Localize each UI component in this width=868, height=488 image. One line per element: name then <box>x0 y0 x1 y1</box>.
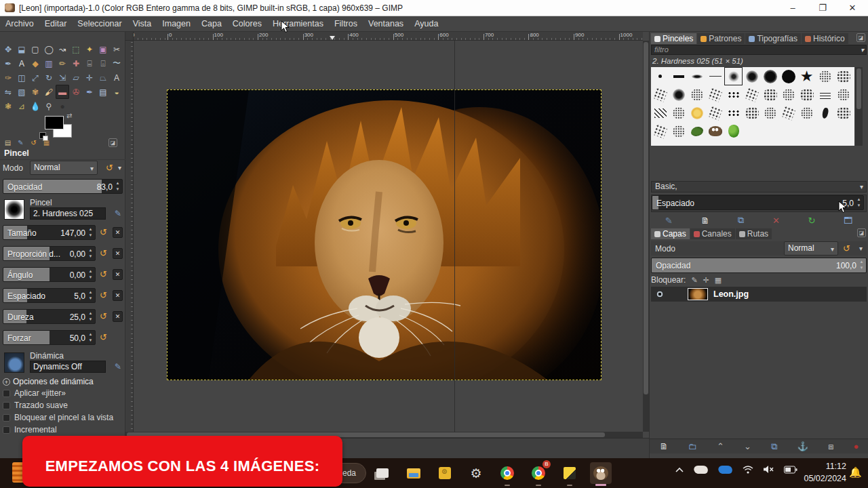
mypaint-brush-tool[interactable]: ✑ <box>1 70 15 85</box>
checkbox-aplicar-jitter-[interactable]: Aplicar «jitter» <box>3 388 66 399</box>
brush-spacing-slider[interactable]: Espaciado 5,0 ▲▼ <box>652 195 864 210</box>
forzar-slider[interactable]: Forzar50,0▲▼ <box>3 330 96 345</box>
brushes-tab-histórico[interactable]: Histórico <box>802 33 848 44</box>
open-brush-as-image-icon[interactable]: 🗔 <box>844 216 852 226</box>
layers-tab-capas[interactable]: Capas <box>651 228 690 239</box>
spinner-arrows-icon[interactable]: ▲▼ <box>87 268 94 282</box>
warp-transform-tool[interactable]: ✾ <box>28 85 42 99</box>
minimize-button[interactable]: – <box>783 3 803 13</box>
spinner-arrows-icon[interactable]: ▲▼ <box>859 259 865 272</box>
horizontal-ruler[interactable]: -10001002003004005006007008009001000 <box>125 32 643 41</box>
wifi-icon[interactable] <box>743 465 753 474</box>
brush-swatch-ink[interactable] <box>816 104 833 121</box>
cage-transform-tool[interactable]: ▧ <box>15 85 28 99</box>
spinner-arrows-icon[interactable]: ▲▼ <box>856 197 862 210</box>
menu-capa[interactable]: Capa <box>196 17 227 30</box>
dynamics-thumbnail[interactable] <box>4 352 24 373</box>
checkbox-box[interactable] <box>3 426 10 434</box>
mode-dropdown[interactable]: Normal ▾ <box>30 161 98 175</box>
smudge-tool[interactable]: 〜 <box>110 56 123 70</box>
brush-swatch-spk[interactable] <box>707 86 724 103</box>
tama-o-slider[interactable]: Tamaño147,00▲▼ <box>3 225 96 240</box>
settings-button[interactable]: ⚙ <box>465 462 487 484</box>
link-size-icon[interactable]: ✕ <box>113 227 123 238</box>
brush-swatch-tex2[interactable] <box>762 86 778 103</box>
close-button[interactable]: ✕ <box>842 3 863 13</box>
dynamics-options-expander[interactable]: +Opciones de dinámica <box>3 377 94 386</box>
brushes-tab-patrones[interactable]: Patrones <box>697 33 745 44</box>
edit-dynamics-icon[interactable]: ✎ <box>115 362 121 371</box>
warp-tool-2[interactable]: ● <box>56 99 69 113</box>
gradient-tool[interactable]: ▥ <box>42 56 56 70</box>
fuzzy-select-tool[interactable]: ✦ <box>83 42 96 56</box>
file-explorer-button[interactable] <box>403 462 425 484</box>
device-status-icon[interactable]: ▦ <box>41 138 52 147</box>
layer-row-leon[interactable]: Leon.jpg <box>651 287 867 302</box>
restore-button[interactable]: ❐ <box>812 3 833 13</box>
brush-swatch-tex1[interactable] <box>670 104 687 121</box>
unified-transform-tool[interactable]: ⤢ <box>28 70 42 85</box>
paths-tool[interactable]: ✒ <box>1 56 15 70</box>
brush-swatch-dots[interactable] <box>725 104 742 121</box>
checkbox-box[interactable] <box>3 414 10 422</box>
vertical-scrollbar[interactable] <box>643 41 649 432</box>
chrome-button[interactable] <box>496 462 518 484</box>
color-picker-tool[interactable]: 💧 <box>28 99 42 113</box>
brush-swatch-sun[interactable] <box>688 104 705 121</box>
spinner-arrows-icon[interactable]: ▲▼ <box>87 247 94 261</box>
brush-swatch-tex2[interactable] <box>743 104 760 121</box>
new-layer-icon[interactable]: 🗎 <box>660 441 669 451</box>
undo-history-icon[interactable]: ↺ <box>28 138 39 147</box>
dynamics-name-field[interactable]: Dynamics Off <box>30 361 106 373</box>
checkbox-incremental[interactable]: Incremental <box>3 424 57 435</box>
layer-mode-dropdown[interactable]: Normal ▾ <box>784 241 838 256</box>
brush-swatch-tex2[interactable] <box>835 104 852 121</box>
refresh-brushes-icon[interactable]: ↻ <box>808 216 816 226</box>
brush-swatch-solid[interactable] <box>780 68 797 85</box>
lock-alpha-icon[interactable]: ▦ <box>715 276 722 284</box>
vertical-ruler[interactable] <box>125 41 134 432</box>
brush-swatch-pepper[interactable] <box>725 123 742 140</box>
brush-swatch-tex1[interactable] <box>780 86 797 103</box>
brushes-menu-icon[interactable]: ◪ <box>856 33 865 42</box>
taskbar-clock[interactable]: 11:12 05/02/2024 <box>792 460 846 485</box>
brush-filter-input[interactable]: filtro ▾ <box>651 45 867 55</box>
checkbox-box[interactable] <box>3 390 10 397</box>
brush-swatch-soft2[interactable] <box>743 68 760 85</box>
crop-tool[interactable]: ◫ <box>15 70 28 85</box>
link-size-icon[interactable]: ✕ <box>113 269 123 280</box>
dodge-burn-tool[interactable]: ◒ <box>110 85 123 99</box>
reset-icon[interactable]: ↺ <box>100 330 107 344</box>
onedrive-personal-icon[interactable] <box>694 466 709 474</box>
clone-tool[interactable]: ⌸ <box>83 56 96 70</box>
ellipse-select-tool[interactable]: ◯ <box>42 42 56 56</box>
scissors-tool[interactable]: ✂ <box>110 42 123 56</box>
brush-swatch-spk[interactable] <box>652 86 669 103</box>
scale-tool[interactable]: ⇲ <box>56 70 69 85</box>
spinner-arrows-icon[interactable]: ▲▼ <box>115 180 121 194</box>
brush-swatch-tex1[interactable] <box>798 104 815 121</box>
duplicate-brush-icon[interactable]: ⧉ <box>738 215 744 226</box>
edit-brush-icon[interactable]: ✎ <box>115 209 121 218</box>
checkbox-bloquear-el-pincel-a-la-vista[interactable]: Bloquear el pincel a la vista <box>3 412 113 423</box>
tool-options-icon[interactable]: ✎ <box>16 138 26 147</box>
checkbox-trazado-suave[interactable]: Trazado suave <box>3 400 68 411</box>
images-icon[interactable]: ▤ <box>3 138 13 147</box>
link-size-icon[interactable]: ✕ <box>113 311 123 322</box>
zoom-tool[interactable]: ⚲ <box>42 99 56 113</box>
airbrush-tool[interactable]: ✇ <box>69 85 83 99</box>
lower-layer-icon[interactable]: ⌄ <box>744 441 751 451</box>
brush-grid-scrollbar[interactable] <box>855 67 863 146</box>
foreground-color-swatch[interactable] <box>45 116 64 129</box>
-ngulo-slider[interactable]: Ángulo0,00▲▼ <box>3 267 96 282</box>
rect-select-tool[interactable]: ▢ <box>28 42 42 56</box>
reset-icon[interactable]: ↺ <box>100 267 107 281</box>
rotate-tool[interactable]: ↻ <box>42 70 56 85</box>
foreground-select-tool[interactable]: ⬚ <box>69 42 83 56</box>
flip-tool[interactable]: ⇋ <box>1 85 15 99</box>
link-size-icon[interactable]: ✕ <box>113 248 123 259</box>
brush-swatch-grid[interactable] <box>816 86 833 103</box>
layers-menu-icon[interactable]: ◪ <box>857 228 866 237</box>
menu-archivo[interactable]: Archivo <box>0 17 39 30</box>
proporci-n-d--slider[interactable]: Proporción d...0,00▲▼ <box>3 246 96 261</box>
